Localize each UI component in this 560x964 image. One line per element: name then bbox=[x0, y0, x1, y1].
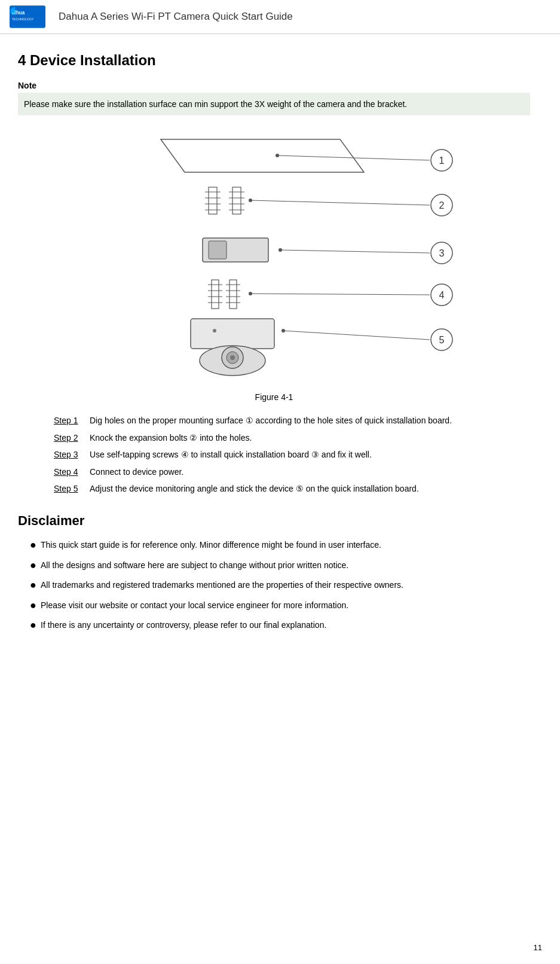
note-label: Note bbox=[18, 81, 530, 90]
page-header: alhua TECHNOLOGY Dahua A Series Wi-Fi PT… bbox=[0, 0, 560, 34]
dahua-logo: alhua TECHNOLOGY bbox=[10, 5, 45, 29]
step-1-label: Step 1 bbox=[54, 414, 90, 427]
step-5-label: Step 5 bbox=[54, 482, 90, 495]
svg-text:1: 1 bbox=[439, 155, 444, 166]
step-2-label: Step 2 bbox=[54, 431, 90, 444]
bullet-4: ● bbox=[30, 599, 41, 612]
page-number: 11 bbox=[534, 943, 542, 952]
disclaimer-title: Disclaimer bbox=[18, 513, 530, 529]
step-row-3: Step 3 Use self-tapping screws ④ to inst… bbox=[54, 448, 530, 461]
svg-text:4: 4 bbox=[439, 290, 444, 300]
disclaimer-text-1: This quick start guide is for reference … bbox=[41, 538, 381, 551]
disclaimer-section: Disclaimer ● This quick start guide is f… bbox=[18, 513, 530, 632]
disclaimer-list: ● This quick start guide is for referenc… bbox=[30, 538, 530, 632]
svg-point-51 bbox=[230, 355, 235, 360]
step-row-2: Step 2 Knock the expansion bolts ② into … bbox=[54, 431, 530, 444]
disclaimer-item-1: ● This quick start guide is for referenc… bbox=[30, 538, 530, 552]
figure-inner: 1 2 3 4 5 bbox=[71, 127, 478, 380]
header-title: Dahua A Series Wi-Fi PT Camera Quick Sta… bbox=[59, 11, 293, 23]
disclaimer-item-3: ● All trademarks and registered trademar… bbox=[30, 578, 530, 592]
step-4-label: Step 4 bbox=[54, 465, 90, 478]
svg-text:2: 2 bbox=[439, 200, 444, 211]
step-1-text: Dig holes on the proper mounting surface… bbox=[90, 414, 452, 427]
disclaimer-text-3: All trademarks and registered trademarks… bbox=[41, 578, 403, 591]
step-3-text: Use self-tapping screws ④ to install qui… bbox=[90, 448, 372, 461]
disclaimer-item-4: ● Please visit our website or contact yo… bbox=[30, 599, 530, 612]
svg-text:5: 5 bbox=[439, 335, 444, 345]
figure-caption: Figure 4-1 bbox=[18, 392, 530, 402]
disclaimer-text-5: If there is any uncertainty or controver… bbox=[41, 618, 326, 632]
bullet-5: ● bbox=[30, 618, 41, 632]
step-3-label: Step 3 bbox=[54, 448, 90, 461]
step-row-4: Step 4 Connect to device power. bbox=[54, 465, 530, 478]
note-text: Please make sure the installation surfac… bbox=[18, 93, 530, 115]
installation-diagram: 1 2 3 4 5 bbox=[71, 127, 478, 379]
disclaimer-text-4: Please visit our website or contact your… bbox=[41, 599, 348, 612]
logo-area: alhua TECHNOLOGY Dahua A Series Wi-Fi PT… bbox=[10, 5, 293, 29]
svg-text:3: 3 bbox=[439, 248, 444, 258]
svg-point-47 bbox=[213, 329, 216, 332]
step-2-text: Knock the expansion bolts ② into the hol… bbox=[90, 431, 252, 444]
bullet-3: ● bbox=[30, 578, 41, 592]
svg-rect-31 bbox=[209, 241, 227, 259]
bullet-1: ● bbox=[30, 538, 41, 552]
svg-text:TECHNOLOGY: TECHNOLOGY bbox=[12, 17, 34, 21]
note-section: Note Please make sure the installation s… bbox=[18, 81, 530, 115]
step-row-1: Step 1 Dig holes on the proper mounting … bbox=[54, 414, 530, 427]
disclaimer-item-5: ● If there is any uncertainty or controv… bbox=[30, 618, 530, 632]
disclaimer-item-2: ● All the designs and software here are … bbox=[30, 559, 530, 572]
disclaimer-text-2: All the designs and software here are su… bbox=[41, 559, 348, 572]
step-4-text: Connect to device power. bbox=[90, 465, 183, 478]
step-row-5: Step 5 Adjust the device monitoring angl… bbox=[54, 482, 530, 495]
main-content: 4 Device Installation Note Please make s… bbox=[0, 34, 560, 656]
step-5-text: Adjust the device monitoring angle and s… bbox=[90, 482, 419, 495]
bullet-2: ● bbox=[30, 559, 41, 572]
figure-container: 1 2 3 4 5 bbox=[18, 127, 530, 380]
section-title: 4 Device Installation bbox=[18, 52, 530, 69]
svg-rect-46 bbox=[191, 319, 274, 349]
steps-section: Step 1 Dig holes on the proper mounting … bbox=[54, 414, 530, 495]
